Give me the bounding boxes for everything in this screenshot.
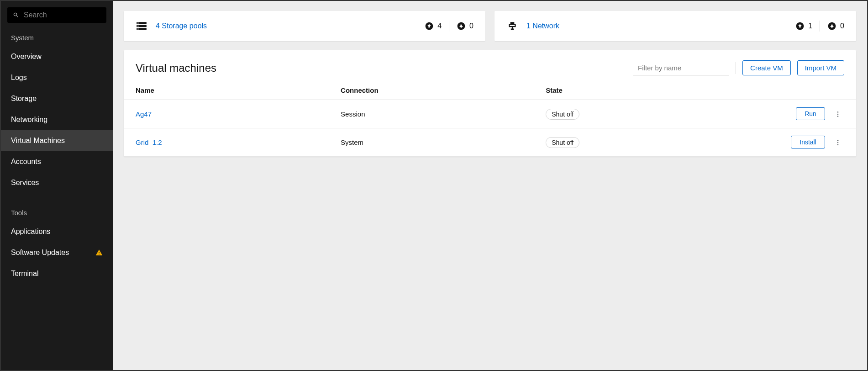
state-badge: Shut off xyxy=(546,137,579,148)
run-button[interactable]: Run xyxy=(796,107,825,120)
column-header-name: Name xyxy=(124,80,329,100)
sidebar-item-overview[interactable]: Overview xyxy=(1,46,113,67)
sidebar-item-label: Applications xyxy=(11,228,50,236)
column-header-connection: Connection xyxy=(329,80,534,100)
nav-section-system: System xyxy=(1,27,113,46)
main-content: 4 Storage pools 4 0 1 Network xyxy=(113,1,867,370)
network-down-stat: 0 xyxy=(827,21,844,31)
sidebar-item-label: Storage xyxy=(11,95,37,103)
nav-section-tools: Tools xyxy=(1,202,113,221)
sidebar: System Overview Logs Storage Networking … xyxy=(1,1,113,370)
create-vm-button[interactable]: Create VM xyxy=(742,60,791,75)
vm-name-link[interactable]: Ag47 xyxy=(136,110,152,118)
vm-panel: Virtual machines Create VM Import VM Nam… xyxy=(124,50,856,157)
sidebar-item-logs[interactable]: Logs xyxy=(1,67,113,88)
sidebar-item-label: Services xyxy=(11,179,39,187)
sidebar-item-label: Networking xyxy=(11,116,47,124)
vm-table: Name Connection State Ag47 Session Shut … xyxy=(124,80,856,157)
storage-pools-link[interactable]: 4 Storage pools xyxy=(156,22,207,30)
svg-point-2 xyxy=(837,116,839,117)
sidebar-item-label: Accounts xyxy=(11,158,41,166)
sidebar-item-services[interactable]: Services xyxy=(1,172,113,193)
sidebar-item-label: Terminal xyxy=(11,270,38,278)
storage-up-stat: 4 xyxy=(425,21,442,31)
search-input[interactable] xyxy=(24,11,101,19)
storage-down-stat: 0 xyxy=(457,21,473,31)
column-header-state: State xyxy=(534,80,739,100)
kebab-icon xyxy=(834,139,842,146)
arrow-down-circle-icon xyxy=(827,21,836,31)
storage-down-count: 0 xyxy=(469,22,473,30)
vm-connection: Session xyxy=(329,100,534,128)
svg-point-3 xyxy=(837,140,839,141)
arrow-up-circle-icon xyxy=(795,21,805,31)
vm-connection: System xyxy=(329,128,534,157)
filter-by-name-input[interactable] xyxy=(633,61,729,75)
storage-icon xyxy=(136,20,147,32)
table-row: Grid_1.2 System Shut off Install xyxy=(124,128,856,157)
summary-cards-row: 4 Storage pools 4 0 1 Network xyxy=(124,11,856,41)
storage-pools-card: 4 Storage pools 4 0 xyxy=(124,11,485,41)
svg-point-0 xyxy=(837,111,839,113)
sidebar-item-software-updates[interactable]: Software Updates xyxy=(1,242,113,263)
network-up-count: 1 xyxy=(808,22,812,30)
sidebar-item-label: Overview xyxy=(11,53,42,61)
network-down-count: 0 xyxy=(840,22,844,30)
storage-up-count: 4 xyxy=(437,22,442,30)
kebab-icon xyxy=(834,111,842,118)
import-vm-button[interactable]: Import VM xyxy=(797,60,844,75)
warning-icon xyxy=(95,249,103,256)
search-box[interactable] xyxy=(7,7,106,23)
vm-title: Virtual machines xyxy=(136,62,216,74)
sidebar-item-label: Logs xyxy=(11,74,27,82)
kebab-menu-button[interactable] xyxy=(831,108,844,121)
sidebar-item-accounts[interactable]: Accounts xyxy=(1,151,113,172)
svg-point-4 xyxy=(837,142,839,143)
divider xyxy=(449,21,449,32)
column-header-actions xyxy=(739,80,856,100)
vm-header: Virtual machines Create VM Import VM xyxy=(124,50,856,80)
arrow-up-circle-icon xyxy=(425,21,434,31)
vm-name-link[interactable]: Grid_1.2 xyxy=(136,138,162,146)
search-icon xyxy=(13,11,19,19)
svg-point-1 xyxy=(837,114,839,115)
sidebar-item-terminal[interactable]: Terminal xyxy=(1,263,113,284)
sidebar-item-virtual-machines[interactable]: Virtual Machines xyxy=(1,130,113,151)
sidebar-item-storage[interactable]: Storage xyxy=(1,88,113,109)
svg-point-5 xyxy=(837,144,839,145)
sidebar-item-applications[interactable]: Applications xyxy=(1,221,113,242)
table-row: Ag47 Session Shut off Run xyxy=(124,100,856,128)
arrow-down-circle-icon xyxy=(457,21,466,31)
divider xyxy=(820,21,820,32)
kebab-menu-button[interactable] xyxy=(831,136,844,149)
sidebar-item-label: Virtual Machines xyxy=(11,137,65,145)
network-icon xyxy=(506,20,518,32)
state-badge: Shut off xyxy=(546,109,579,120)
sidebar-item-networking[interactable]: Networking xyxy=(1,109,113,130)
sidebar-item-label: Software Updates xyxy=(11,249,69,257)
network-up-stat: 1 xyxy=(795,21,812,31)
network-card: 1 Network 1 0 xyxy=(494,11,856,41)
install-button[interactable]: Install xyxy=(791,136,825,148)
divider xyxy=(736,62,736,74)
network-link[interactable]: 1 Network xyxy=(526,22,559,30)
